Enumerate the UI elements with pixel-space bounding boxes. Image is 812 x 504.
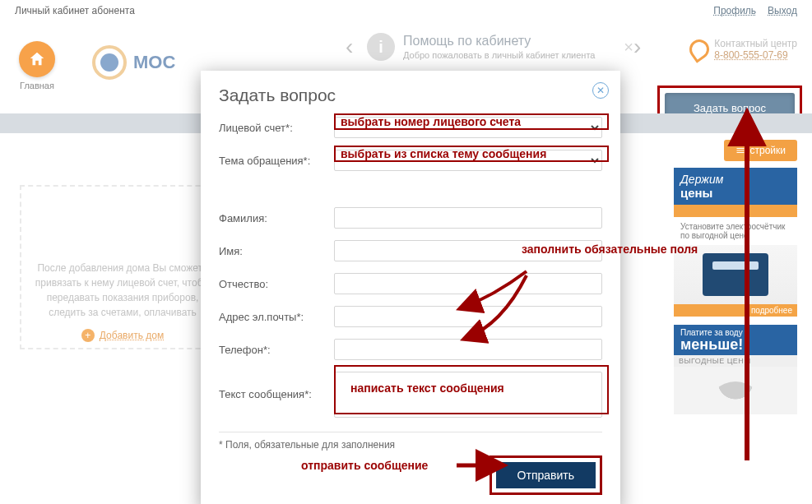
firstname-input[interactable] [334,240,602,261]
ad1-image [674,245,797,304]
sliders-icon [735,146,745,155]
phone-input[interactable] [334,339,602,360]
ad1-line1: Держим [680,173,723,186]
add-house-link[interactable]: + Добавить дом [81,328,164,343]
banner-prev[interactable]: ‹ [346,34,362,60]
phone-icon [686,35,713,62]
logo-icon [92,45,127,80]
ad-water[interactable]: Платите за воду меньше! ВЫГОДНЫЕ ЦЕНЫ [674,325,797,414]
logo-text: МОС [133,52,175,73]
home-button[interactable]: Главная [15,41,59,90]
ask-question-modal: ✕ Задать вопрос Лицевой счет*: Тема обра… [201,71,620,504]
banner-subtitle: Добро пожаловать в личный кабинет клиент… [403,50,595,60]
add-house-placeholder: После добавления дома Вы сможете привяза… [20,185,225,349]
label-message: Текст сообщения*: [219,372,334,400]
banner-close-icon[interactable]: × [624,38,633,57]
label-email: Адрес эл.почты*: [219,311,334,323]
label-firstname: Имя: [219,245,334,257]
ads-column: Держим цены Установите электросчётчик по… [674,168,797,423]
placeholder-text: После добавления дома Вы сможете привяза… [33,261,212,320]
modal-close-icon[interactable]: ✕ [592,82,609,99]
help-banner: ‹ i Помощь по кабинету Добро пожаловать … [346,33,650,61]
contact-phone[interactable]: 8-800-555-07-69 [714,49,797,61]
logout-link[interactable]: Выход [768,5,797,16]
middlename-input[interactable] [334,273,602,294]
logo: МОС [92,45,175,80]
label-topic: Тема обращения*: [219,155,334,167]
label-phone: Телефон*: [219,344,334,356]
required-note: * Поля, обязательные для заполнения [219,439,602,451]
ad2-big: меньше! [680,337,791,352]
account-select[interactable] [334,117,602,138]
ad1-stripe [674,205,797,217]
ad-prices[interactable]: Держим цены Установите электросчётчик по… [674,168,797,317]
lastname-input[interactable] [334,207,602,229]
home-icon [19,41,55,77]
topbar: Личный кабинет абонента Профиль Выход [0,0,812,21]
label-middlename: Отчество: [219,278,334,290]
info-icon: i [367,33,395,61]
settings-label: стройки [750,145,786,156]
label-account: Лицевой счет*: [219,122,334,134]
profile-link[interactable]: Профиль [713,5,756,16]
submit-button[interactable]: Отправить [496,462,596,488]
message-textarea[interactable] [334,372,602,418]
settings-tab[interactable]: стройки [724,140,798,161]
banner-title: Помощь по кабинету [403,34,595,49]
modal-title: Задать вопрос [219,86,602,105]
submit-highlight: Отправить [490,455,602,495]
contact-block: Контактный центр 8-800-555-07-69 [714,38,797,61]
modal-divider [219,432,602,432]
ad1-more[interactable]: подробнее [674,304,797,317]
add-house-label: Добавить дом [100,328,164,343]
contact-label: Контактный центр [714,38,797,49]
ad1-line2: цены [680,186,712,200]
ad2-image [674,367,797,414]
ad1-body: Установите электросчётчик по выгодной це… [674,217,797,245]
banner-next[interactable]: › [633,34,650,60]
home-label: Главная [15,81,59,90]
topic-select[interactable] [334,150,602,171]
ad2-sub: ВЫГОДНЫЕ ЦЕНЫ [674,355,797,367]
label-lastname: Фамилия: [219,212,334,224]
plus-icon: + [81,329,95,342]
email-input[interactable] [334,306,602,327]
topbar-title: Личный кабинет абонента [15,5,135,16]
